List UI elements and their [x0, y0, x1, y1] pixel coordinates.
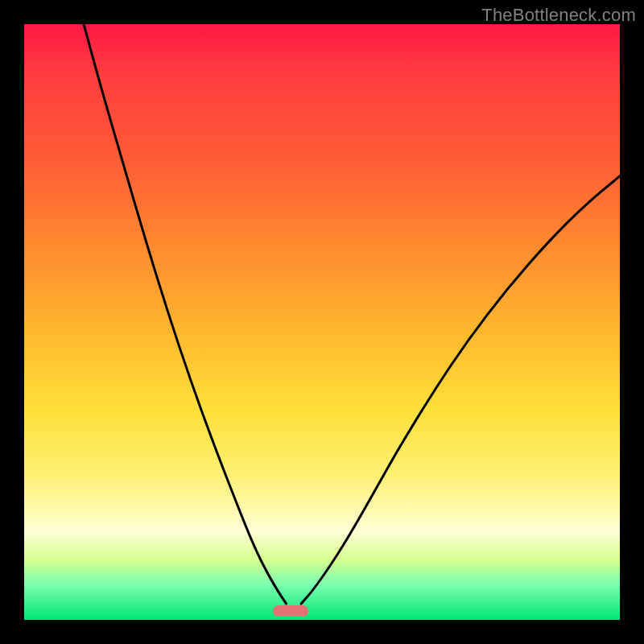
curve-right-branch: [301, 176, 620, 604]
min-region-marker: [273, 605, 308, 617]
curve-layer: [24, 24, 620, 620]
chart-frame: TheBottleneck.com: [0, 0, 644, 644]
curve-left-branch: [84, 24, 287, 604]
plot-area: [24, 24, 620, 620]
watermark-text: TheBottleneck.com: [481, 5, 636, 26]
